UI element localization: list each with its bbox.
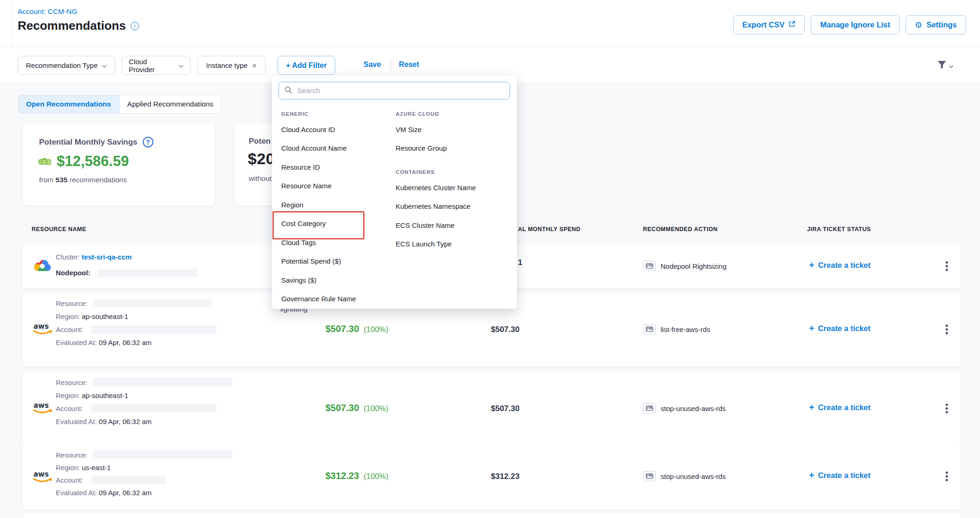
manage-ignore-list-button[interactable]: Manage Ignore List: [811, 15, 899, 34]
nodepool-line: Nodepool:: [56, 269, 90, 277]
save-filter-button[interactable]: Save: [364, 60, 381, 69]
filter-chip-instance-type[interactable]: Instance type ✕: [197, 56, 266, 75]
region-label: Region:: [56, 392, 80, 399]
broken-image-icon: [643, 471, 656, 481]
dropdown-generic-column: GENERIC Cloud Account ID Cloud Account N…: [281, 108, 393, 308]
filter-option-ecs-launch-type[interactable]: ECS Launch Type: [396, 235, 512, 254]
dropdown-cloud-column: AZURE CLOUD VM Size Resource Group CONTA…: [396, 108, 512, 253]
add-filter-dropdown: GENERIC Cloud Account ID Cloud Account N…: [272, 75, 517, 309]
filter-panel-toggle[interactable]: [937, 60, 954, 71]
filter-option-savings[interactable]: Savings ($): [281, 271, 393, 290]
region-label: Region:: [56, 464, 80, 472]
recommendations-page: Account: CCM-NG Recommendations i Export…: [0, 0, 980, 518]
create-ticket-link[interactable]: + Create a ticket: [809, 403, 871, 412]
tab-open-recommendations[interactable]: Open Recommendations: [18, 95, 119, 113]
kebab-menu-icon[interactable]: [943, 259, 951, 274]
money-notes-icon: [38, 155, 52, 168]
filter-option-resource-group[interactable]: Resource Group: [396, 139, 512, 158]
potential-monthly-savings-card: Potential Monthly Savings ? $12,586.59 f…: [22, 123, 215, 206]
kebab-menu-icon[interactable]: [943, 469, 951, 484]
resource-label: Resource:: [56, 451, 87, 459]
total-spend-fragment: 1: [518, 258, 522, 267]
cluster-label: Cluster:: [56, 253, 80, 261]
chip-label: Cloud Provider: [129, 58, 174, 73]
filter-option-potential-spend[interactable]: Potential Spend ($): [281, 252, 393, 271]
header-actions: Export CSV Manage Ignore List ⚙ Settings: [733, 15, 966, 34]
column-header-total-monthly-spend: AL MONTHLY SPEND: [518, 226, 581, 232]
savings-amount: $507.30: [325, 324, 359, 334]
create-ticket-link[interactable]: + Create a ticket: [809, 260, 871, 270]
region-line: Region: ap-southeast-1: [56, 312, 128, 320]
section-title-azure-cloud: AZURE CLOUD: [396, 108, 512, 120]
table-row: [22, 514, 960, 518]
reset-filter-button[interactable]: Reset: [399, 60, 419, 69]
filter-option-vm-size[interactable]: VM Size: [396, 120, 512, 139]
savings-subtitle: from 535 recommendations: [39, 176, 215, 184]
recommended-action-label: stop-unused-aws-rds: [661, 472, 726, 480]
create-ticket-link[interactable]: + Create a ticket: [809, 471, 871, 480]
create-ticket-link[interactable]: + Create a ticket: [809, 324, 871, 333]
savings-percent: (100%): [364, 472, 388, 481]
savings-cell: $312.23 (100%): [325, 471, 389, 481]
account-line: Account:: [56, 325, 83, 333]
resource-line: Resource:: [56, 299, 87, 307]
filter-option-resource-name[interactable]: Resource Name: [281, 177, 393, 196]
plus-icon: +: [809, 471, 814, 480]
evaluated-line: Evaluated At: 09 Apr, 06:32 am: [56, 489, 152, 497]
cluster-name-link[interactable]: test-sri-qa-ccm: [82, 253, 132, 261]
filter-chip-recommendation-type[interactable]: Recommendation Type: [18, 56, 115, 75]
filter-option-ecs-cluster-name[interactable]: ECS Cluster Name: [396, 216, 512, 235]
settings-button[interactable]: ⚙ Settings: [906, 15, 966, 34]
filter-option-kubernetes-namespace[interactable]: Kubernetes Namespace: [396, 197, 512, 216]
broken-image-icon: [643, 403, 656, 413]
gear-icon: ⚙: [915, 21, 922, 29]
filter-option-cloud-account-id[interactable]: Cloud Account ID: [281, 120, 393, 139]
settings-label: Settings: [927, 20, 957, 29]
info-icon[interactable]: i: [131, 22, 139, 30]
account-line: Account:: [56, 476, 83, 484]
breadcrumb[interactable]: Account: CCM-NG: [18, 7, 77, 16]
kebab-menu-icon[interactable]: [943, 322, 951, 337]
filter-option-cost-category[interactable]: Cost Category: [281, 214, 393, 233]
table-row[interactable]: aws Resource: Region: ap-southeast-1 Acc…: [22, 372, 960, 445]
redacted-resource-value: [93, 378, 232, 386]
export-csv-button[interactable]: Export CSV: [733, 15, 805, 34]
recommended-action-label: Nodepool Rightsizing: [661, 262, 727, 270]
filter-option-kubernetes-cluster-name[interactable]: Kubernetes Cluster Name: [396, 178, 512, 197]
cluster-line: Cluster: test-sri-qa-ccm: [56, 253, 132, 261]
aws-logo-icon: aws: [33, 469, 53, 486]
filter-chip-cloud-provider[interactable]: Cloud Provider: [122, 56, 191, 75]
region-label: Region:: [56, 312, 80, 320]
search-input[interactable]: [296, 86, 498, 95]
section-title-generic: GENERIC: [281, 108, 393, 120]
plus-icon: +: [809, 403, 814, 412]
table-row[interactable]: aws Resource: Region: us-east-1 Account:…: [22, 445, 960, 510]
redacted-account-value: [91, 325, 217, 333]
chevron-down-icon: [102, 61, 107, 69]
filter-option-cloud-account-name[interactable]: Cloud Account Name: [281, 139, 393, 158]
page-title: Recommendations: [18, 19, 126, 33]
dropdown-search-box[interactable]: [278, 82, 510, 100]
svg-text:aws: aws: [33, 322, 49, 331]
evaluated-label: Evaluated At:: [56, 418, 97, 425]
recommended-action-label: stop-unused-aws-rds: [661, 405, 726, 412]
filter-option-resource-id[interactable]: Resource ID: [281, 158, 393, 177]
add-filter-button[interactable]: + Add Filter: [278, 56, 335, 75]
close-icon[interactable]: ✕: [252, 62, 257, 69]
create-ticket-label: Create a ticket: [818, 324, 871, 333]
section-title-containers: CONTAINERS: [396, 166, 512, 178]
plus-icon: +: [809, 260, 814, 270]
column-header-jira-ticket-status: JIRA TICKET STATUS: [807, 226, 871, 232]
filter-option-governance-rule-name[interactable]: Governance Rule Name: [281, 290, 393, 309]
plus-icon: +: [809, 324, 814, 333]
tab-applied-recommendations[interactable]: Applied Recommendations: [119, 95, 221, 113]
resource-label: Resource:: [56, 379, 87, 386]
account-label: Account:: [56, 476, 83, 484]
help-icon[interactable]: ?: [143, 137, 153, 147]
filter-option-region[interactable]: Region: [281, 195, 393, 214]
search-icon: [285, 86, 292, 95]
recommendations-tabs: Open Recommendations Applied Recommendat…: [18, 95, 222, 113]
kebab-menu-icon[interactable]: [943, 401, 951, 416]
filter-option-cloud-tags[interactable]: Cloud Tags: [281, 233, 393, 252]
total-spend: $507.30: [491, 325, 519, 334]
